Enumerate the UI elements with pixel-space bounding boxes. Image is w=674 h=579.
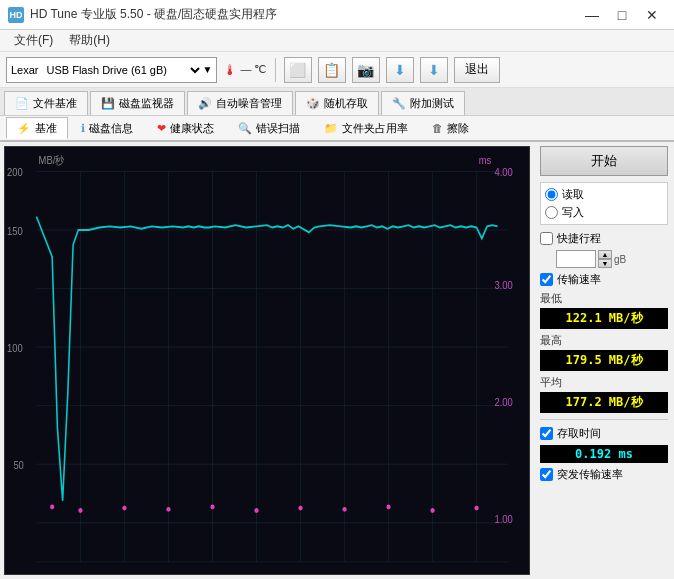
main-content: 200 150 100 50 4.00 3.00 2.00 1.00 MB/秒 …	[0, 142, 674, 579]
folder-usage-icon: 📁	[324, 122, 338, 135]
chart-area: 200 150 100 50 4.00 3.00 2.00 1.00 MB/秒 …	[4, 146, 530, 575]
tab-benchmark[interactable]: ⚡ 基准	[6, 117, 68, 139]
disk-info-icon: ℹ	[81, 122, 85, 135]
fast-mode-value[interactable]: 40	[556, 250, 596, 268]
toolbar: Lexar USB Flash Drive (61 gB) ▼ 🌡 — ℃ ⬜ …	[0, 52, 674, 88]
menu-help[interactable]: 帮助(H)	[61, 30, 118, 51]
svg-point-37	[386, 504, 390, 509]
stat-min-value: 122.1 MB/秒	[540, 308, 668, 329]
toolbar-btn-5[interactable]: ⬇	[420, 57, 448, 83]
disk-monitor-icon: 💾	[101, 97, 115, 110]
transfer-rate-checkbox[interactable]	[540, 273, 553, 286]
svg-point-34	[254, 508, 258, 513]
extra-tests-icon: 🔧	[392, 97, 406, 110]
svg-point-39	[475, 506, 479, 511]
spin-up-button[interactable]: ▲	[598, 250, 612, 259]
svg-text:50: 50	[13, 459, 24, 471]
toolbar-btn-2[interactable]: 📋	[318, 57, 346, 83]
stat-max-label: 最高	[540, 333, 668, 348]
tab-extra-tests[interactable]: 🔧 附加测试	[381, 91, 465, 115]
toolbar-btn-4[interactable]: ⬇	[386, 57, 414, 83]
svg-rect-0	[5, 147, 529, 574]
dropdown-arrow-icon: ▼	[203, 64, 213, 75]
svg-text:ms: ms	[479, 154, 492, 166]
stat-access: 0.192 ms	[540, 445, 668, 463]
burst-rate-checkbox-label[interactable]: 突发传输速率	[540, 467, 668, 482]
title-bar-left: HD HD Tune 专业版 5.50 - 硬盘/固态硬盘实用程序	[8, 6, 277, 23]
radio-write[interactable]	[545, 206, 558, 219]
svg-point-31	[122, 506, 126, 511]
tab-erase[interactable]: 🗑 擦除	[421, 117, 480, 139]
stat-avg-value: 177.2 MB/秒	[540, 392, 668, 413]
stat-min-label: 最低	[540, 291, 668, 306]
drive-brand: Lexar	[11, 64, 39, 76]
start-button[interactable]: 开始	[540, 146, 668, 176]
right-panel: 开始 读取 写入 快捷行程 40 ▲ ▼ gB	[534, 142, 674, 579]
erase-icon: 🗑	[432, 122, 443, 134]
spin-down-button[interactable]: ▼	[598, 259, 612, 268]
svg-text:MB/秒: MB/秒	[39, 154, 65, 166]
access-time-checkbox-label[interactable]: 存取时间	[540, 426, 668, 441]
radio-read[interactable]	[545, 188, 558, 201]
tab-disk-monitor[interactable]: 💾 磁盘监视器	[90, 91, 185, 115]
noise-mgmt-icon: 🔊	[198, 97, 212, 110]
radio-write-label[interactable]: 写入	[545, 205, 663, 220]
close-button[interactable]: ✕	[638, 4, 666, 26]
maximize-button[interactable]: □	[608, 4, 636, 26]
spin-buttons: ▲ ▼	[598, 250, 612, 268]
svg-point-29	[50, 504, 54, 509]
exit-button[interactable]: 退出	[454, 57, 500, 83]
menu-bar: 文件(F) 帮助(H)	[0, 30, 674, 52]
svg-text:3.00: 3.00	[494, 279, 513, 291]
temperature-display: 🌡 — ℃	[223, 62, 266, 78]
toolbar-btn-1[interactable]: ⬜	[284, 57, 312, 83]
mode-radio-group: 读取 写入	[540, 182, 668, 225]
title-controls: — □ ✕	[578, 4, 666, 26]
fast-mode-checkbox-label[interactable]: 快捷行程	[540, 231, 668, 246]
benchmark-icon: ⚡	[17, 122, 31, 135]
tab-disk-info[interactable]: ℹ 磁盘信息	[70, 117, 144, 139]
toolbar-separator	[275, 58, 276, 82]
drive-dropdown[interactable]: USB Flash Drive (61 gB)	[43, 63, 203, 77]
svg-point-38	[430, 508, 434, 513]
radio-read-label[interactable]: 读取	[545, 187, 663, 202]
tab-file-benchmark[interactable]: 📄 文件基准	[4, 91, 88, 115]
temp-value: — ℃	[240, 63, 266, 76]
svg-text:100: 100	[7, 342, 23, 354]
svg-point-33	[210, 504, 214, 509]
benchmark-chart: 200 150 100 50 4.00 3.00 2.00 1.00 MB/秒 …	[5, 147, 529, 574]
stat-avg: 平均 177.2 MB/秒	[540, 375, 668, 413]
svg-point-35	[298, 506, 302, 511]
svg-text:200: 200	[7, 167, 23, 179]
menu-file[interactable]: 文件(F)	[6, 30, 61, 51]
svg-point-30	[78, 508, 82, 513]
svg-text:1.00: 1.00	[494, 513, 513, 525]
stat-avg-label: 平均	[540, 375, 668, 390]
burst-rate-checkbox[interactable]	[540, 468, 553, 481]
tab-health[interactable]: ❤ 健康状态	[146, 117, 225, 139]
health-icon: ❤	[157, 122, 166, 135]
transfer-rate-checkbox-label[interactable]: 传输速率	[540, 272, 668, 287]
svg-text:150: 150	[7, 225, 23, 237]
tab-bar-1: 📄 文件基准 💾 磁盘监视器 🔊 自动噪音管理 🎲 随机存取 🔧 附加测试	[0, 88, 674, 116]
random-access-icon: 🎲	[306, 97, 320, 110]
app-icon: HD	[8, 7, 24, 23]
drive-select-container[interactable]: Lexar USB Flash Drive (61 gB) ▼	[6, 57, 217, 83]
tab-error-scan[interactable]: 🔍 错误扫描	[227, 117, 311, 139]
svg-text:2.00: 2.00	[494, 396, 513, 408]
minimize-button[interactable]: —	[578, 4, 606, 26]
tab-noise-mgmt[interactable]: 🔊 自动噪音管理	[187, 91, 293, 115]
file-benchmark-icon: 📄	[15, 97, 29, 110]
tab-folder-usage[interactable]: 📁 文件夹占用率	[313, 117, 419, 139]
title-text: HD Tune 专业版 5.50 - 硬盘/固态硬盘实用程序	[30, 6, 277, 23]
divider	[540, 419, 668, 420]
fast-mode-checkbox[interactable]	[540, 232, 553, 245]
stat-access-value: 0.192 ms	[540, 445, 668, 463]
stat-min: 最低 122.1 MB/秒	[540, 291, 668, 329]
thermometer-icon: 🌡	[223, 62, 237, 78]
access-time-checkbox[interactable]	[540, 427, 553, 440]
error-scan-icon: 🔍	[238, 122, 252, 135]
toolbar-btn-3[interactable]: 📷	[352, 57, 380, 83]
tab-random-access[interactable]: 🎲 随机存取	[295, 91, 379, 115]
spinbox-unit: gB	[614, 254, 626, 265]
